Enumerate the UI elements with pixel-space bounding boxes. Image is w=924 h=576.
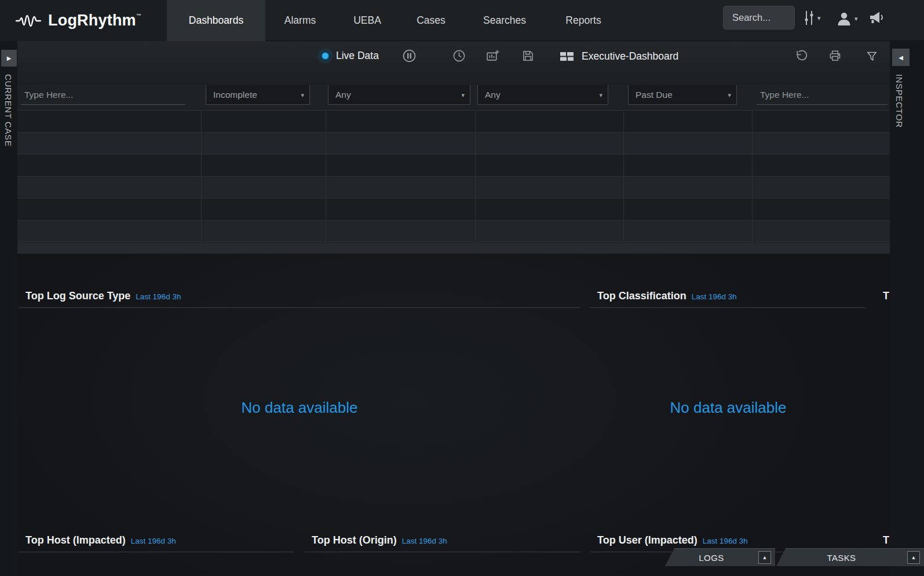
widget-title: Top User (Impacted) [597,534,697,546]
live-data-radio-icon [320,50,331,61]
tasks-expand-button[interactable]: ▲ [907,551,920,564]
filter-dropdown-any-1[interactable]: Any ▾ [328,85,470,105]
logs-drawer-tab[interactable]: LOGS ▲ [665,548,775,566]
dashboard-selector[interactable]: Executive-Dashboard [560,50,678,63]
chevron-down-icon: ▾ [301,91,304,98]
undo-icon[interactable] [793,49,808,63]
no-data-message: No data available [589,308,867,508]
top-nav-bar: LogRhythm™ Dashboards Alarms UEBA Cases … [0,0,924,41]
widget-divider [305,552,580,552]
table-row [17,154,890,176]
widget-title: Top Host (Origin) [312,534,397,546]
filter-value: Any [335,90,351,100]
logs-label: LOGS [699,553,724,563]
table-row [17,198,890,220]
search-input[interactable]: Search... [723,6,795,30]
cases-table: Incomplete ▾ Any ▾ Any ▾ Past Due ▾ [17,85,890,254]
widget-header: T [875,283,890,307]
widget-title: Top Log Source Type [25,290,130,302]
widget-timespan: Last 196d 3h [703,537,748,545]
current-case-rail[interactable]: ▶ CURRENT CASE [0,41,17,576]
column-separator [201,110,202,243]
status-filter-value: Incomplete [213,90,257,100]
filter-value: Any [485,90,501,100]
arrow-left-icon: ◀ [899,54,903,61]
inspector-rail[interactable]: ◀ INSPECTOR [890,41,924,576]
widget-header: Top Log Source Type Last 196d 3h [17,283,582,307]
table-row [17,176,890,198]
print-icon[interactable] [828,49,842,63]
nav-tab-dashboards[interactable]: Dashboards [167,0,265,41]
logo-text: LogRhythm™ [48,12,141,30]
table-row [17,220,890,242]
widget-timespan: Last 196d 3h [131,537,176,545]
due-date-filter-dropdown[interactable]: Past Due ▾ [628,85,737,105]
announcements-megaphone-icon[interactable] [868,9,885,25]
widget-timespan: Last 196d 3h [402,537,447,545]
widget-top-host-origin: Top Host (Origin) Last 196d 3h [304,527,582,576]
widget-divider [19,552,294,552]
no-data-message: No data available [17,308,582,508]
tasks-drawer-tab[interactable]: TASKS ▲ [776,548,924,566]
nav-tab-cases[interactable]: Cases [400,0,462,41]
time-range-clock-icon[interactable] [452,49,466,63]
widget-header: Top Host (Origin) Last 196d 3h [304,527,582,552]
primary-nav-tabs: Dashboards Alarms UEBA Cases Searches Re… [167,0,620,41]
widget-top-host-impacted: Top Host (Impacted) Last 196d 3h [17,527,295,576]
widget-header: Top Classification Last 196d 3h [589,283,867,307]
bottom-dock: LOGS ▲ TASKS ▲ [665,548,924,566]
trademark-symbol: ™ [136,13,141,19]
horizontal-scrollbar[interactable] [17,243,890,254]
column-separator [623,110,624,243]
widget-title: Top Classification [597,290,686,302]
live-data-label: Live Data [336,50,379,62]
due-filter-value: Past Due [636,90,673,100]
nav-tab-ueba[interactable]: UEBA [335,0,400,41]
pause-button[interactable] [402,49,417,63]
app-window: LogRhythm™ Dashboards Alarms UEBA Cases … [0,0,924,576]
widget-top-log-source-type: Top Log Source Type Last 196d 3h No data… [17,283,582,527]
column-separator [475,110,476,243]
widget-title: Top Host (Impacted) [25,534,126,546]
logs-expand-button[interactable]: ▲ [758,551,771,564]
arrow-right-icon: ▶ [7,55,12,61]
chevron-down-icon: ▾ [854,15,858,23]
logrhythm-logo: LogRhythm™ [0,0,167,41]
chevron-down-icon: ▾ [599,91,602,98]
chevron-down-icon: ▾ [461,91,465,98]
case-filter-input[interactable] [21,85,185,105]
live-data-toggle[interactable] [320,50,331,61]
expand-current-case-button[interactable]: ▶ [1,50,17,67]
widget-header: Top Host (Impacted) Last 196d 3h [17,527,295,552]
logo-wave-icon [15,11,42,31]
filter-funnel-icon[interactable] [865,50,878,63]
user-account-icon[interactable]: ▾ [835,10,858,27]
status-filter-dropdown[interactable]: Incomplete ▾ [206,85,310,105]
nav-tab-alarms[interactable]: Alarms [265,0,335,41]
dashboard-grid-icon [560,51,574,62]
tasks-label: TASKS [827,553,856,563]
inspector-label: INSPECTOR [894,74,904,128]
tag-filter-input[interactable] [757,85,888,105]
current-case-label: CURRENT CASE [3,74,13,146]
table-row [17,132,890,154]
table-row [17,110,890,132]
expand-inspector-button[interactable]: ◀ [892,49,910,66]
chevron-down-icon: ▾ [728,91,731,98]
dashboard-toolbar: Live Data Ex [0,41,924,85]
widget-title: T [883,290,889,302]
nav-tab-reports[interactable]: Reports [547,0,620,41]
add-widget-icon[interactable] [485,49,500,63]
nav-tab-searches[interactable]: Searches [462,0,547,41]
filter-dropdown-any-2[interactable]: Any ▾ [477,85,608,105]
preferences-sliders-icon[interactable]: ▾ [803,9,821,27]
widget-timespan: Last 196d 3h [692,292,737,301]
widget-top-classification: Top Classification Last 196d 3h No data … [589,283,867,527]
save-dashboard-icon[interactable] [521,49,535,63]
arrow-up-icon: ▲ [911,555,916,560]
widget-clipped-top-right: T [875,283,890,527]
arrow-up-icon: ▲ [762,555,768,560]
widget-title: T [883,534,889,546]
chevron-down-icon: ▾ [817,14,821,22]
dashboard-name: Executive-Dashboard [582,50,678,63]
